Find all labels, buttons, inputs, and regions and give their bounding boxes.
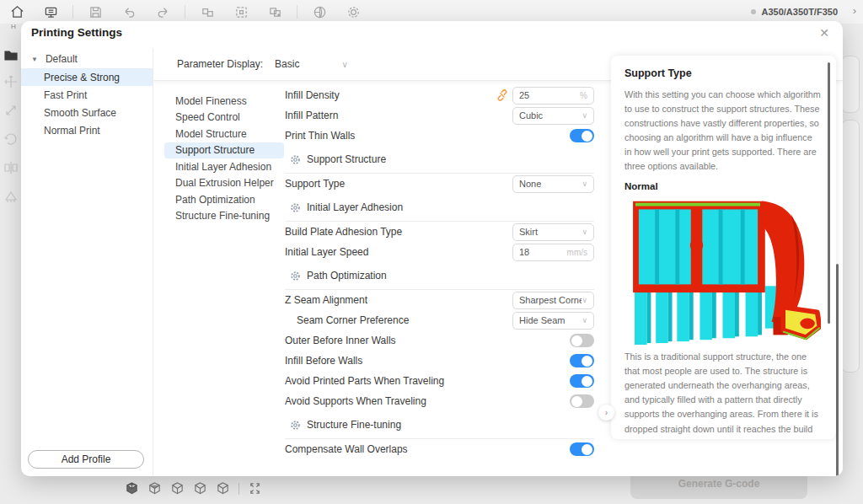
right-view-icon[interactable]: [216, 481, 230, 496]
unlink-icon[interactable]: [496, 89, 508, 101]
section-label: Path Optimization: [307, 270, 387, 281]
section-header-initial-layer-adhesion[interactable]: Initial Layer Adhesion: [285, 197, 594, 217]
redo-icon[interactable]: [155, 4, 170, 19]
toggle-knob: [582, 356, 592, 367]
support-type-select[interactable]: None∨: [512, 175, 594, 193]
settings-scrollbar[interactable]: [836, 264, 839, 476]
setting-label: Outer Before Inner Walls: [285, 335, 396, 346]
background-right-panel-card: [841, 120, 860, 373]
chevron-down-icon[interactable]: ∨: [341, 60, 347, 69]
copy-icon[interactable]: [200, 4, 215, 19]
support-tool-icon[interactable]: [3, 189, 19, 204]
toggle-knob: [571, 396, 582, 407]
close-icon[interactable]: ✕: [819, 26, 829, 40]
move-tool-icon[interactable]: [3, 74, 19, 89]
seam-corner-preference-select[interactable]: Hide Seam∨: [512, 312, 594, 330]
profile-group-default[interactable]: ▼ Default: [21, 50, 153, 68]
category-item-model-fineness[interactable]: Model Fineness: [164, 93, 284, 110]
section-label: Support Structure: [307, 153, 386, 165]
section-label: Initial Layer Adhesion: [307, 201, 403, 213]
parameter-display-value[interactable]: Basic: [275, 58, 299, 70]
profile-item-precise-strong[interactable]: Precise & Strong: [21, 68, 153, 86]
setting-label: Build Plate Adhesion Type: [285, 226, 402, 238]
infill-before-walls-toggle[interactable]: [570, 354, 594, 367]
profile-item-fast-print[interactable]: Fast Print: [21, 86, 153, 104]
chevron-down-icon: ∨: [582, 111, 587, 120]
right-panel-expand-chevron-icon[interactable]: ›: [853, 4, 856, 17]
setting-label: Support Type: [285, 178, 345, 190]
parameter-display-label: Parameter Display:: [177, 58, 263, 70]
select-value: Sharpest Corner: [519, 295, 582, 305]
section-header-path-optimization[interactable]: Path Optimization: [285, 265, 594, 286]
front-view-icon[interactable]: [147, 481, 162, 496]
machine-selector[interactable]: A350/A350T/F350: [751, 0, 839, 24]
description-collapse-button[interactable]: ›: [598, 405, 614, 421]
avoid-printed-parts-when-traveling-toggle[interactable]: [570, 374, 594, 388]
scale-tool-icon[interactable]: [3, 103, 19, 118]
left-view-icon[interactable]: [193, 481, 207, 496]
initial-layer-speed-input[interactable]: 18mm/s: [512, 244, 594, 261]
category-item-model-structure[interactable]: Model Structure: [164, 126, 284, 142]
iso-view-icon[interactable]: [125, 481, 139, 496]
print-thin-walls-toggle[interactable]: [570, 129, 594, 142]
machine-status-dot: [751, 9, 756, 14]
description-panel: Support Type With this setting you can c…: [611, 56, 836, 439]
setting-row-compensate-wall-overlaps: Compensate Wall Overlaps: [285, 439, 594, 459]
category-item-structure-fine-tuning[interactable]: Structure Fine-tuning: [164, 208, 284, 225]
category-item-dual-extrusion-helper[interactable]: Dual Extrusion Helper: [164, 175, 284, 192]
input-unit: mm/s: [567, 248, 587, 257]
category-item-initial-layer-adhesion[interactable]: Initial Layer Adhesion: [164, 158, 284, 175]
category-item-speed-control[interactable]: Speed Control: [164, 110, 284, 126]
profile-group-label: Default: [46, 53, 78, 65]
rotate-tool-icon[interactable]: [3, 131, 19, 147]
infill-pattern-select[interactable]: Cubic∨: [512, 107, 594, 125]
settings-list: Infill Density25%Infill PatternCubic∨Pri…: [285, 81, 604, 476]
add-profile-button[interactable]: Add Profile: [28, 450, 144, 469]
mirror-tool-icon[interactable]: [3, 160, 19, 175]
select-value: Cubic: [519, 110, 582, 121]
select-value: Skirt: [519, 227, 582, 237]
profile-item-smooth-surface[interactable]: Smooth Surface: [21, 104, 153, 121]
home-icon[interactable]: [9, 4, 24, 19]
save-icon[interactable]: [88, 4, 103, 19]
workspace-icon[interactable]: [43, 4, 58, 19]
description-scrollbar[interactable]: [828, 62, 830, 324]
description-subheading: Normal: [624, 181, 821, 191]
undo-icon[interactable]: [121, 4, 137, 19]
build-plate-adhesion-type-select[interactable]: Skirt∨: [512, 223, 594, 241]
background-right-panel-card: [841, 56, 860, 113]
home-icon-label: H: [11, 23, 16, 30]
toggle-knob: [571, 335, 582, 346]
select-region-icon[interactable]: [233, 4, 249, 19]
setting-label: Infill Pattern: [285, 110, 338, 121]
category-item-path-optimization[interactable]: Path Optimization: [164, 191, 284, 208]
fit-view-icon[interactable]: [248, 481, 262, 496]
chevron-down-icon: ∨: [582, 316, 587, 324]
chevron-down-icon: ∨: [582, 228, 587, 236]
preferences-gear-icon[interactable]: [346, 4, 361, 19]
top-view-icon[interactable]: [170, 481, 185, 496]
category-item-support-structure[interactable]: Support Structure: [164, 142, 284, 159]
gear-icon: [290, 154, 301, 165]
section-header-structure-fine-tuning[interactable]: Structure Fine-tuning: [285, 415, 594, 435]
setting-row-seam-corner-preference: Seam Corner PreferenceHide Seam∨: [285, 310, 594, 330]
toolbar-separator: [72, 5, 73, 19]
setting-label: Avoid Supports When Traveling: [285, 395, 426, 407]
setting-row-initial-layer-speed: Initial Layer Speed18mm/s: [285, 242, 594, 262]
avoid-supports-when-traveling-toggle[interactable]: [570, 394, 594, 408]
z-seam-alignment-select[interactable]: Sharpest Corner∨: [512, 292, 594, 309]
infill-density-input[interactable]: 25%: [512, 87, 594, 105]
section-header-support-structure[interactable]: Support Structure: [285, 149, 594, 169]
open-file-icon[interactable]: [3, 48, 19, 63]
setting-row-infill-before-walls: Infill Before Walls: [285, 351, 594, 371]
printing-settings-dialog: Printing Settings ✕ ▼ Default Precise & …: [21, 21, 843, 476]
language-icon[interactable]: [312, 4, 327, 19]
profile-item-normal-print[interactable]: Normal Print: [21, 121, 153, 139]
tree-expand-caret-icon[interactable]: ▼: [31, 56, 38, 63]
outer-before-inner-walls-toggle[interactable]: [570, 334, 594, 347]
toolbar-separator: [185, 5, 185, 19]
toggle-knob: [582, 444, 592, 455]
mirror-icon[interactable]: [267, 4, 282, 19]
toolbar-separator: [297, 5, 297, 19]
compensate-wall-overlaps-toggle[interactable]: [570, 442, 594, 456]
